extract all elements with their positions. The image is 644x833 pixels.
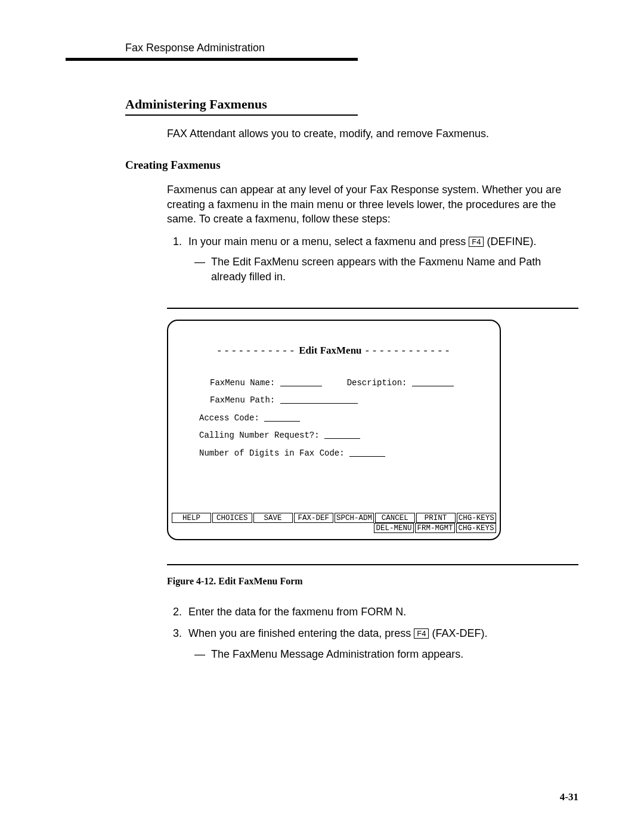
fn-choices: CHOICES [212, 513, 252, 523]
fn-chgkeys-2: CHG-KEYS [456, 523, 496, 533]
fn-spchadm: SPCH-ADM [335, 513, 374, 523]
edit-faxmenu-form: ----------- Edit FaxMenu ------------ Fa… [167, 320, 501, 540]
field-row-path: FaxMenu Path: [210, 392, 494, 409]
label-digits: Number of Digits in Fax Code: [199, 448, 345, 458]
blank-calling [324, 432, 360, 439]
label-calling-request: Calling Number Request?: [199, 431, 320, 440]
page: Fax Response Administration Administerin… [0, 0, 644, 698]
form-title-row: ----------- Edit FaxMenu ------------ [174, 345, 494, 357]
subsection-para: Faxmenus can appear at any level of your… [167, 182, 578, 226]
form-fields: FaxMenu Name: Description: FaxMenu Path:… [174, 374, 494, 462]
label-faxmenu-name: FaxMenu Name: [210, 378, 275, 388]
step-3-subitem: The FaxMenu Message Administration form … [208, 647, 578, 661]
field-row-calling: Calling Number Request?: [199, 427, 494, 444]
key-f4: F4 [469, 237, 484, 247]
subsection-title: Creating Faxmenus [125, 159, 578, 172]
fn-row-2: DEL-MENU FRM-MGMT CHG-KEYS [172, 523, 496, 533]
dash-right: ------------ [364, 345, 451, 357]
fn-save: SAVE [253, 513, 293, 523]
step-1-text-b: (DEFINE). [484, 236, 536, 247]
form-title: Edit FaxMenu [299, 345, 361, 356]
blank-path [280, 397, 358, 404]
content-area: Administering Faxmenus FAX Attendant all… [66, 97, 578, 661]
step-1-text-a: In your main menu or a menu, select a fa… [188, 236, 469, 247]
figure-caption: Figure 4-12. Edit FaxMenu Form [167, 576, 578, 587]
fn-cancel: CANCEL [375, 513, 414, 523]
label-access-code: Access Code: [199, 413, 259, 423]
fn-frmmgmt: FRM-MGMT [415, 523, 455, 533]
step-3: When you are finished entering the data,… [185, 626, 578, 661]
step-3-sublist: The FaxMenu Message Administration form … [208, 647, 578, 661]
field-row-access: Access Code: [199, 410, 494, 427]
fn-delmenu: DEL-MENU [374, 523, 414, 533]
fn-row-1: HELP CHOICES SAVE FAX-DEF SPCH-ADM CANCE… [172, 513, 496, 523]
dash-left: ----------- [216, 345, 296, 357]
step-1-subitem: The Edit FaxMenu screen appears with the… [208, 255, 578, 284]
section-rule [125, 114, 358, 116]
function-keys: HELP CHOICES SAVE FAX-DEF SPCH-ADM CANCE… [172, 513, 496, 533]
fn-print: PRINT [416, 513, 456, 523]
figure-separator-top [167, 308, 578, 309]
figure-separator-bottom [167, 564, 578, 565]
key-f4-b: F4 [414, 628, 429, 639]
step-1-sublist: The Edit FaxMenu screen appears with the… [208, 255, 578, 284]
fn-help: HELP [172, 513, 211, 523]
steps-list: In your main menu or a menu, select a fa… [167, 234, 578, 284]
fn-chgkeys: CHG-KEYS [457, 513, 496, 523]
page-number: 4-31 [560, 791, 578, 803]
step-1: In your main menu or a menu, select a fa… [185, 234, 578, 284]
section-intro: FAX Attendant allows you to create, modi… [167, 126, 578, 141]
field-row-digits: Number of Digits in Fax Code: [199, 445, 494, 462]
fn-faxdef: FAX-DEF [294, 513, 333, 523]
blank-name [280, 379, 322, 386]
running-header: Fax Response Administration [66, 42, 578, 54]
step-3-text-a: When you are finished entering the data,… [188, 627, 414, 639]
blank-description [412, 379, 454, 386]
label-description: Description: [347, 378, 407, 388]
step-2-text: Enter the data for the faxmenu from FORM… [188, 606, 406, 618]
blank-digits [349, 450, 385, 457]
step-3-text-b: (FAX-DEF). [429, 627, 487, 639]
step-2: Enter the data for the faxmenu from FORM… [185, 605, 578, 619]
steps-list-continued: Enter the data for the faxmenu from FORM… [167, 605, 578, 661]
header-rule [66, 58, 358, 61]
field-row-name: FaxMenu Name: Description: [210, 374, 494, 392]
label-faxmenu-path: FaxMenu Path: [210, 395, 275, 405]
section-title: Administering Faxmenus [125, 97, 578, 112]
blank-access [264, 414, 300, 422]
